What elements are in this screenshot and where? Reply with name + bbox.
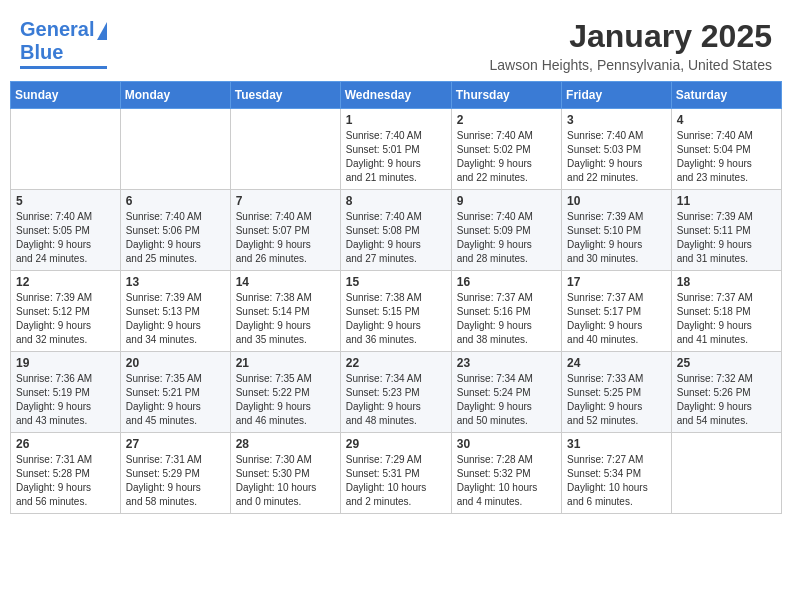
day-header-wednesday: Wednesday bbox=[340, 82, 451, 109]
day-info: Sunrise: 7:35 AM Sunset: 5:21 PM Dayligh… bbox=[126, 372, 225, 428]
calendar-cell: 16Sunrise: 7:37 AM Sunset: 5:16 PM Dayli… bbox=[451, 271, 561, 352]
day-number: 3 bbox=[567, 113, 666, 127]
day-number: 6 bbox=[126, 194, 225, 208]
day-info: Sunrise: 7:34 AM Sunset: 5:23 PM Dayligh… bbox=[346, 372, 446, 428]
day-number: 1 bbox=[346, 113, 446, 127]
day-info: Sunrise: 7:37 AM Sunset: 5:17 PM Dayligh… bbox=[567, 291, 666, 347]
month-title: January 2025 bbox=[490, 18, 773, 55]
day-number: 19 bbox=[16, 356, 115, 370]
day-number: 23 bbox=[457, 356, 556, 370]
day-number: 8 bbox=[346, 194, 446, 208]
calendar-cell: 28Sunrise: 7:30 AM Sunset: 5:30 PM Dayli… bbox=[230, 433, 340, 514]
day-info: Sunrise: 7:40 AM Sunset: 5:03 PM Dayligh… bbox=[567, 129, 666, 185]
day-number: 30 bbox=[457, 437, 556, 451]
calendar-table: SundayMondayTuesdayWednesdayThursdayFrid… bbox=[10, 81, 782, 514]
day-info: Sunrise: 7:37 AM Sunset: 5:18 PM Dayligh… bbox=[677, 291, 776, 347]
calendar-cell bbox=[671, 433, 781, 514]
calendar-cell: 9Sunrise: 7:40 AM Sunset: 5:09 PM Daylig… bbox=[451, 190, 561, 271]
day-number: 2 bbox=[457, 113, 556, 127]
calendar-cell: 2Sunrise: 7:40 AM Sunset: 5:02 PM Daylig… bbox=[451, 109, 561, 190]
day-number: 22 bbox=[346, 356, 446, 370]
day-info: Sunrise: 7:30 AM Sunset: 5:30 PM Dayligh… bbox=[236, 453, 335, 509]
day-info: Sunrise: 7:40 AM Sunset: 5:07 PM Dayligh… bbox=[236, 210, 335, 266]
day-info: Sunrise: 7:38 AM Sunset: 5:14 PM Dayligh… bbox=[236, 291, 335, 347]
day-info: Sunrise: 7:40 AM Sunset: 5:01 PM Dayligh… bbox=[346, 129, 446, 185]
day-number: 27 bbox=[126, 437, 225, 451]
calendar-cell: 25Sunrise: 7:32 AM Sunset: 5:26 PM Dayli… bbox=[671, 352, 781, 433]
day-header-saturday: Saturday bbox=[671, 82, 781, 109]
day-number: 11 bbox=[677, 194, 776, 208]
logo-triangle-icon bbox=[97, 22, 107, 40]
calendar-cell: 27Sunrise: 7:31 AM Sunset: 5:29 PM Dayli… bbox=[120, 433, 230, 514]
day-number: 9 bbox=[457, 194, 556, 208]
title-block: January 2025 Lawson Heights, Pennsylvani… bbox=[490, 18, 773, 73]
logo: General Blue bbox=[20, 18, 107, 69]
calendar-cell: 23Sunrise: 7:34 AM Sunset: 5:24 PM Dayli… bbox=[451, 352, 561, 433]
day-info: Sunrise: 7:39 AM Sunset: 5:10 PM Dayligh… bbox=[567, 210, 666, 266]
calendar-cell bbox=[230, 109, 340, 190]
day-info: Sunrise: 7:38 AM Sunset: 5:15 PM Dayligh… bbox=[346, 291, 446, 347]
day-info: Sunrise: 7:40 AM Sunset: 5:06 PM Dayligh… bbox=[126, 210, 225, 266]
day-number: 28 bbox=[236, 437, 335, 451]
day-number: 17 bbox=[567, 275, 666, 289]
calendar-cell: 1Sunrise: 7:40 AM Sunset: 5:01 PM Daylig… bbox=[340, 109, 451, 190]
calendar-cell: 10Sunrise: 7:39 AM Sunset: 5:10 PM Dayli… bbox=[562, 190, 672, 271]
day-number: 13 bbox=[126, 275, 225, 289]
calendar-week-5: 26Sunrise: 7:31 AM Sunset: 5:28 PM Dayli… bbox=[11, 433, 782, 514]
day-number: 7 bbox=[236, 194, 335, 208]
day-number: 21 bbox=[236, 356, 335, 370]
day-number: 16 bbox=[457, 275, 556, 289]
calendar-week-4: 19Sunrise: 7:36 AM Sunset: 5:19 PM Dayli… bbox=[11, 352, 782, 433]
day-info: Sunrise: 7:35 AM Sunset: 5:22 PM Dayligh… bbox=[236, 372, 335, 428]
day-info: Sunrise: 7:27 AM Sunset: 5:34 PM Dayligh… bbox=[567, 453, 666, 509]
day-info: Sunrise: 7:39 AM Sunset: 5:12 PM Dayligh… bbox=[16, 291, 115, 347]
day-number: 31 bbox=[567, 437, 666, 451]
logo-general: General bbox=[20, 18, 94, 41]
calendar-cell: 7Sunrise: 7:40 AM Sunset: 5:07 PM Daylig… bbox=[230, 190, 340, 271]
day-info: Sunrise: 7:31 AM Sunset: 5:29 PM Dayligh… bbox=[126, 453, 225, 509]
calendar-week-1: 1Sunrise: 7:40 AM Sunset: 5:01 PM Daylig… bbox=[11, 109, 782, 190]
day-header-monday: Monday bbox=[120, 82, 230, 109]
day-info: Sunrise: 7:36 AM Sunset: 5:19 PM Dayligh… bbox=[16, 372, 115, 428]
calendar-week-3: 12Sunrise: 7:39 AM Sunset: 5:12 PM Dayli… bbox=[11, 271, 782, 352]
calendar-cell: 24Sunrise: 7:33 AM Sunset: 5:25 PM Dayli… bbox=[562, 352, 672, 433]
calendar-cell: 18Sunrise: 7:37 AM Sunset: 5:18 PM Dayli… bbox=[671, 271, 781, 352]
day-info: Sunrise: 7:39 AM Sunset: 5:13 PM Dayligh… bbox=[126, 291, 225, 347]
day-number: 18 bbox=[677, 275, 776, 289]
day-info: Sunrise: 7:31 AM Sunset: 5:28 PM Dayligh… bbox=[16, 453, 115, 509]
calendar-cell: 11Sunrise: 7:39 AM Sunset: 5:11 PM Dayli… bbox=[671, 190, 781, 271]
day-number: 15 bbox=[346, 275, 446, 289]
day-info: Sunrise: 7:39 AM Sunset: 5:11 PM Dayligh… bbox=[677, 210, 776, 266]
day-info: Sunrise: 7:40 AM Sunset: 5:05 PM Dayligh… bbox=[16, 210, 115, 266]
calendar-cell: 12Sunrise: 7:39 AM Sunset: 5:12 PM Dayli… bbox=[11, 271, 121, 352]
day-number: 10 bbox=[567, 194, 666, 208]
day-number: 12 bbox=[16, 275, 115, 289]
calendar-cell: 19Sunrise: 7:36 AM Sunset: 5:19 PM Dayli… bbox=[11, 352, 121, 433]
calendar-cell: 14Sunrise: 7:38 AM Sunset: 5:14 PM Dayli… bbox=[230, 271, 340, 352]
day-info: Sunrise: 7:40 AM Sunset: 5:02 PM Dayligh… bbox=[457, 129, 556, 185]
day-info: Sunrise: 7:40 AM Sunset: 5:09 PM Dayligh… bbox=[457, 210, 556, 266]
calendar-cell: 26Sunrise: 7:31 AM Sunset: 5:28 PM Dayli… bbox=[11, 433, 121, 514]
calendar-cell: 6Sunrise: 7:40 AM Sunset: 5:06 PM Daylig… bbox=[120, 190, 230, 271]
calendar-cell: 13Sunrise: 7:39 AM Sunset: 5:13 PM Dayli… bbox=[120, 271, 230, 352]
day-number: 20 bbox=[126, 356, 225, 370]
day-number: 5 bbox=[16, 194, 115, 208]
day-number: 24 bbox=[567, 356, 666, 370]
calendar-cell: 3Sunrise: 7:40 AM Sunset: 5:03 PM Daylig… bbox=[562, 109, 672, 190]
calendar-week-2: 5Sunrise: 7:40 AM Sunset: 5:05 PM Daylig… bbox=[11, 190, 782, 271]
day-info: Sunrise: 7:40 AM Sunset: 5:04 PM Dayligh… bbox=[677, 129, 776, 185]
day-header-sunday: Sunday bbox=[11, 82, 121, 109]
day-number: 29 bbox=[346, 437, 446, 451]
day-info: Sunrise: 7:40 AM Sunset: 5:08 PM Dayligh… bbox=[346, 210, 446, 266]
day-number: 14 bbox=[236, 275, 335, 289]
day-info: Sunrise: 7:37 AM Sunset: 5:16 PM Dayligh… bbox=[457, 291, 556, 347]
logo-underline bbox=[20, 66, 107, 69]
day-header-tuesday: Tuesday bbox=[230, 82, 340, 109]
calendar-cell: 31Sunrise: 7:27 AM Sunset: 5:34 PM Dayli… bbox=[562, 433, 672, 514]
calendar-header: General Blue January 2025 Lawson Heights… bbox=[10, 10, 782, 77]
calendar-cell: 22Sunrise: 7:34 AM Sunset: 5:23 PM Dayli… bbox=[340, 352, 451, 433]
day-number: 26 bbox=[16, 437, 115, 451]
calendar-cell: 29Sunrise: 7:29 AM Sunset: 5:31 PM Dayli… bbox=[340, 433, 451, 514]
calendar-cell bbox=[120, 109, 230, 190]
calendar-cell: 17Sunrise: 7:37 AM Sunset: 5:17 PM Dayli… bbox=[562, 271, 672, 352]
